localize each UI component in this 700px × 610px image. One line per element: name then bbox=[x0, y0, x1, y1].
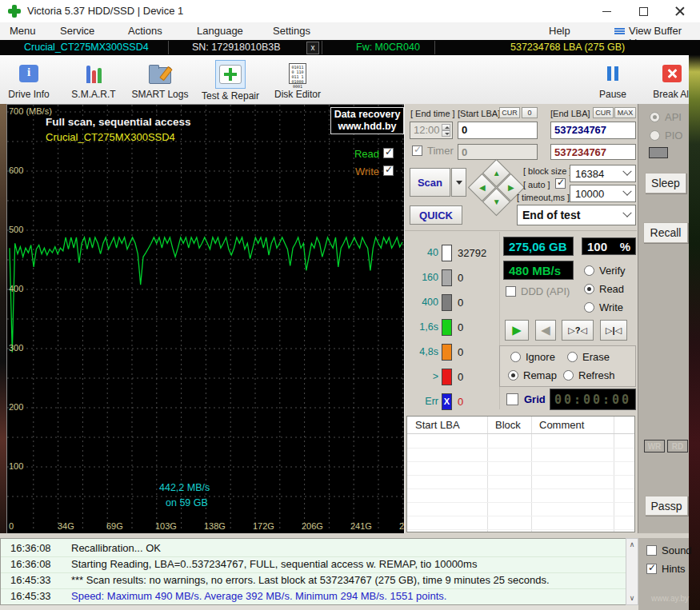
device-close-button[interactable]: x bbox=[306, 42, 319, 54]
log-row[interactable]: 16:45:33Speed: Maximum 490 MB/s. Average… bbox=[1, 588, 626, 605]
seek-error-button[interactable]: ▷?◁ bbox=[562, 320, 594, 341]
api-radio[interactable] bbox=[650, 112, 660, 122]
table-row[interactable] bbox=[407, 448, 634, 462]
pause-button[interactable]: Pause bbox=[584, 60, 642, 102]
grid-checkbox[interactable] bbox=[506, 393, 518, 405]
end-time-input[interactable]: 12:00 bbox=[410, 122, 453, 139]
log-row[interactable]: 16:45:33*** Scan results: no warnings, n… bbox=[1, 572, 626, 589]
smart-icon bbox=[86, 64, 102, 83]
menu-item-language[interactable]: Language bbox=[197, 25, 243, 37]
end-lba-secondary: 537234767 bbox=[550, 144, 636, 160]
status-swatch bbox=[649, 147, 668, 158]
start-lba-secondary: 0 bbox=[458, 144, 538, 160]
end-lba-input[interactable]: 537234767 bbox=[550, 122, 636, 139]
table-header-block: Block bbox=[495, 419, 521, 431]
table-row[interactable] bbox=[407, 434, 634, 449]
timer-checkbox[interactable] bbox=[412, 146, 422, 156]
read-label: Read bbox=[599, 283, 624, 295]
close-button[interactable] bbox=[662, 0, 698, 22]
table-row[interactable] bbox=[407, 516, 634, 530]
bin-label: 160 bbox=[422, 272, 438, 283]
back-button[interactable]: ◀ bbox=[535, 320, 556, 341]
start-lba-zero-button[interactable]: 0 bbox=[522, 107, 538, 118]
maximize-button[interactable] bbox=[625, 0, 662, 22]
test-repair-button[interactable]: Test & Repair bbox=[202, 60, 259, 102]
log-message: Starting Reading, LBA=0..537234767, FULL… bbox=[71, 558, 477, 570]
scroll-down-icon[interactable]: ∨ bbox=[626, 592, 638, 604]
scan-button[interactable]: Scan bbox=[410, 168, 450, 197]
timeout-select[interactable]: 10000 bbox=[570, 185, 636, 202]
bin-count: 0 bbox=[458, 346, 463, 358]
log-options-panel: Sound Hints www.ay.by bbox=[638, 538, 689, 610]
ignore-radio[interactable] bbox=[510, 352, 521, 362]
rd-button[interactable]: RD bbox=[667, 440, 688, 453]
window-title: Victoria 5.37 HDD/SSD | Device 1 bbox=[27, 5, 183, 17]
y-axis-tick: 700 (MB/s) bbox=[9, 106, 52, 116]
drive-info-button[interactable]: Drive Info bbox=[0, 60, 58, 102]
end-lba-max-button[interactable]: MAX bbox=[614, 107, 636, 118]
defects-table[interactable]: Start LBA Block Comment bbox=[406, 416, 635, 532]
sound-checkbox[interactable] bbox=[646, 545, 657, 556]
app-icon bbox=[8, 5, 21, 18]
table-row[interactable] bbox=[407, 461, 634, 476]
smart-logs-button[interactable]: SMART Logs bbox=[131, 60, 189, 102]
table-row[interactable] bbox=[407, 488, 634, 503]
x-axis-tick: 172G bbox=[253, 521, 274, 531]
down-arrow-icon: ▼ bbox=[493, 197, 501, 206]
disk-editor-button[interactable]: Disk Editor bbox=[269, 60, 326, 102]
hints-checkbox[interactable] bbox=[646, 564, 657, 574]
read-checkbox[interactable] bbox=[383, 148, 394, 158]
step-button[interactable]: ▷|◁ bbox=[600, 320, 627, 341]
end-lba-cur-button[interactable]: CUR bbox=[593, 107, 614, 118]
back-icon: ◀ bbox=[541, 323, 550, 337]
step-icon: ▷|◁ bbox=[606, 325, 622, 336]
minimize-button[interactable] bbox=[588, 0, 625, 22]
log-scrollbar[interactable]: ∧ ∨ bbox=[626, 538, 638, 605]
write-radio[interactable] bbox=[584, 302, 594, 313]
menu-item-actions[interactable]: Actions bbox=[128, 25, 162, 37]
end-time-spinner[interactable] bbox=[442, 124, 450, 137]
smart-button[interactable]: S.M.A.R.T bbox=[65, 60, 122, 102]
auto-checkbox[interactable] bbox=[555, 178, 566, 189]
data-recovery-line1: Data recovery bbox=[331, 109, 403, 121]
verify-radio[interactable] bbox=[584, 265, 594, 276]
pio-radio[interactable] bbox=[650, 130, 660, 141]
end-of-test-select[interactable]: End of test bbox=[517, 205, 636, 225]
graph-annotation-speed: 442,2 MB/s bbox=[159, 482, 210, 493]
close-icon bbox=[675, 6, 685, 16]
quick-button[interactable]: QUICK bbox=[410, 205, 462, 225]
ignore-label: Ignore bbox=[526, 351, 555, 363]
ddd-api-checkbox[interactable] bbox=[506, 286, 516, 297]
defect-action-group bbox=[499, 345, 636, 387]
menu-item-service[interactable]: Service bbox=[60, 25, 94, 37]
block-size-select[interactable]: 16384 bbox=[570, 165, 636, 182]
menu-item-settings[interactable]: Settings bbox=[273, 25, 310, 37]
log-row[interactable]: 16:36:08Recallibration... OK bbox=[1, 540, 626, 557]
table-row[interactable] bbox=[407, 475, 634, 489]
recall-button[interactable]: Recall bbox=[643, 222, 688, 243]
view-buffer-icon bbox=[614, 28, 625, 36]
graph-subtitle: Crucial_CT275MX300SSD4 bbox=[46, 131, 175, 143]
histogram-bin-48s: 4,8s0 bbox=[405, 344, 499, 361]
start-lba-cur-button[interactable]: CUR bbox=[499, 107, 520, 118]
write-checkbox[interactable] bbox=[383, 165, 394, 176]
menu-item-menu[interactable]: Menu bbox=[10, 25, 36, 37]
scan-dropdown-button[interactable] bbox=[451, 168, 466, 197]
refresh-radio[interactable] bbox=[563, 370, 574, 381]
erase-radio[interactable] bbox=[567, 352, 578, 362]
read-radio[interactable] bbox=[584, 284, 594, 294]
smart-logs-label: SMART Logs bbox=[131, 89, 189, 100]
device-model[interactable]: Crucial_CT275MX300SSD4 bbox=[24, 42, 149, 53]
log-row[interactable]: 16:36:08Starting Reading, LBA=0..5372347… bbox=[1, 556, 626, 573]
log-panel[interactable]: 16:36:08Recallibration... OK16:36:08Star… bbox=[0, 538, 626, 605]
start-button[interactable]: ▶ bbox=[505, 320, 529, 341]
passp-button[interactable]: Passp bbox=[645, 496, 688, 516]
start-lba-input[interactable]: 0 bbox=[458, 122, 538, 139]
menu-item-help[interactable]: Help bbox=[549, 25, 570, 37]
table-row[interactable] bbox=[407, 502, 634, 516]
speed-display: 480 MB/s bbox=[503, 261, 574, 280]
wr-button[interactable]: WR bbox=[644, 440, 665, 453]
sleep-button[interactable]: Sleep bbox=[645, 173, 686, 193]
scroll-up-icon[interactable]: ∧ bbox=[626, 539, 638, 551]
remap-radio[interactable] bbox=[508, 370, 518, 381]
